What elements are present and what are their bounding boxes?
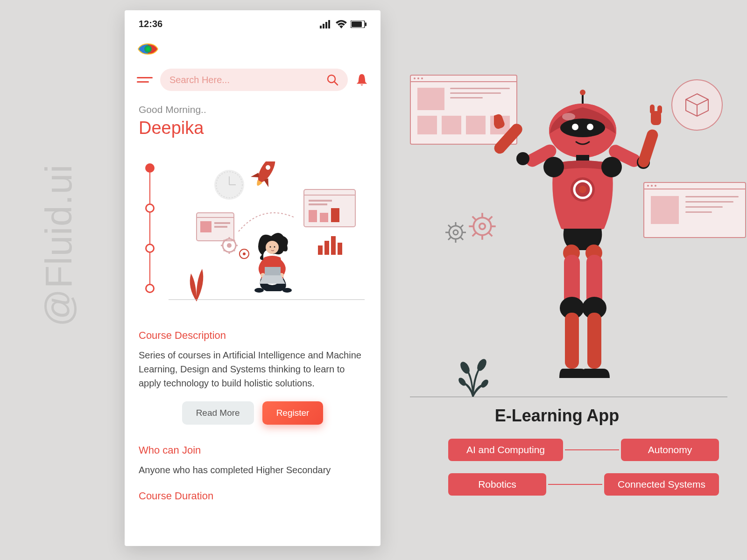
- tag-robotics[interactable]: Robotics: [448, 473, 546, 496]
- greeting-name: Deepika: [125, 118, 381, 161]
- robot-illustration: [494, 89, 671, 387]
- svg-line-72: [472, 233, 476, 237]
- svg-rect-19: [309, 200, 332, 202]
- svg-point-101: [601, 157, 622, 177]
- svg-rect-22: [320, 213, 328, 222]
- svg-line-61: [460, 237, 463, 240]
- hero-illustration: [167, 161, 366, 311]
- wifi-icon: [336, 20, 347, 28]
- svg-point-51: [282, 288, 292, 293]
- svg-rect-3: [328, 20, 330, 28]
- svg-point-8: [146, 47, 150, 51]
- svg-line-63: [460, 225, 463, 228]
- svg-point-34: [227, 243, 232, 248]
- who-can-join-section: Who can Join Anyone who has completed Hi…: [125, 444, 381, 490]
- tag-connected[interactable]: Connected Systems: [604, 473, 719, 496]
- svg-rect-87: [650, 105, 655, 114]
- svg-point-75: [475, 357, 488, 372]
- svg-point-50: [254, 288, 264, 293]
- tag-ai[interactable]: AI and Computing: [448, 439, 563, 461]
- course-description-title: Course Description: [139, 329, 366, 342]
- svg-point-55: [453, 230, 458, 235]
- svg-line-41: [224, 250, 225, 251]
- search-row: [125, 69, 381, 104]
- notification-icon[interactable]: [355, 73, 368, 86]
- svg-line-60: [448, 225, 451, 228]
- search-icon[interactable]: [326, 74, 338, 86]
- svg-rect-85: [637, 128, 660, 168]
- svg-rect-105: [565, 313, 579, 369]
- svg-rect-26: [200, 221, 211, 232]
- svg-rect-2: [325, 22, 327, 28]
- timeline-step-2[interactable]: [145, 203, 155, 213]
- svg-rect-31: [331, 236, 336, 255]
- promo-illustration-area: [410, 70, 727, 434]
- svg-point-45: [266, 241, 279, 254]
- course-duration-section: Course Duration: [125, 490, 381, 514]
- svg-point-54: [449, 226, 462, 239]
- svg-rect-5: [352, 21, 362, 27]
- read-more-button[interactable]: Read More: [182, 401, 254, 425]
- svg-rect-30: [324, 241, 329, 255]
- svg-rect-6: [365, 22, 366, 26]
- timeline-step-1[interactable]: [145, 163, 155, 173]
- menu-icon[interactable]: [137, 77, 153, 83]
- cube-icon: [671, 79, 723, 131]
- svg-rect-20: [309, 203, 327, 205]
- tag-autonomy[interactable]: Autonomy: [621, 439, 719, 461]
- hero-illustration-area: [139, 161, 366, 311]
- gear-icon: [443, 219, 469, 245]
- plant-icon: [457, 350, 489, 397]
- svg-point-65: [479, 224, 486, 230]
- promo-tags: AI and Computing Autonomy Robotics Conne…: [448, 439, 719, 508]
- watermark-text: @Fluid.ui: [37, 164, 80, 327]
- who-can-join-title: Who can Join: [139, 444, 366, 456]
- svg-point-99: [579, 186, 586, 193]
- status-bar: 12:36: [125, 10, 381, 34]
- greeting-prefix: Good Morning..: [125, 104, 381, 118]
- svg-point-47: [274, 246, 275, 248]
- status-time: 12:36: [139, 19, 162, 29]
- connector-line: [565, 449, 619, 450]
- course-description-body: Series of courses in Artificial Intellig…: [139, 348, 366, 390]
- svg-rect-81: [494, 113, 506, 130]
- svg-point-93: [560, 119, 605, 137]
- svg-rect-109: [587, 313, 601, 369]
- phone-mockup: 12:36 Good Morning.. Deepika: [125, 10, 381, 546]
- who-can-join-body: Anyone who has completed Higher Secondar…: [139, 463, 366, 477]
- svg-line-73: [489, 217, 493, 220]
- svg-rect-88: [657, 105, 662, 114]
- register-button[interactable]: Register: [262, 401, 324, 425]
- svg-rect-1: [323, 24, 324, 28]
- action-buttons: Read More Register: [139, 401, 366, 425]
- timeline-step-3[interactable]: [145, 244, 155, 253]
- svg-line-71: [489, 233, 493, 237]
- course-description-section: Course Description Series of courses in …: [125, 329, 381, 444]
- svg-line-39: [224, 240, 225, 241]
- search-input[interactable]: [169, 75, 326, 85]
- svg-line-70: [472, 217, 476, 220]
- svg-point-79: [516, 152, 529, 165]
- svg-rect-29: [318, 245, 323, 255]
- svg-point-44: [243, 252, 246, 255]
- svg-point-77: [479, 378, 489, 389]
- svg-line-62: [448, 237, 451, 240]
- svg-point-110: [562, 113, 575, 120]
- svg-point-46: [270, 246, 271, 248]
- svg-point-94: [572, 124, 578, 130]
- svg-point-90: [580, 90, 585, 95]
- svg-rect-21: [309, 210, 317, 222]
- logo-row: [125, 34, 381, 69]
- search-box[interactable]: [160, 69, 348, 91]
- timeline-step-4[interactable]: [145, 284, 155, 293]
- status-icons: [320, 20, 366, 28]
- svg-rect-23: [331, 208, 339, 222]
- signal-icon: [320, 20, 332, 28]
- svg-line-10: [334, 82, 338, 85]
- course-duration-title: Course Duration: [139, 490, 366, 502]
- svg-point-100: [543, 157, 564, 177]
- svg-rect-0: [320, 26, 322, 28]
- app-logo[interactable]: [137, 38, 159, 60]
- svg-line-40: [234, 250, 235, 251]
- svg-line-42: [234, 240, 235, 241]
